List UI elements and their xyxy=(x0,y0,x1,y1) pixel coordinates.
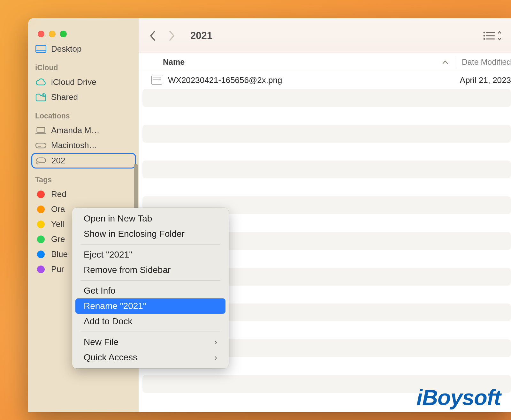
image-file-icon xyxy=(151,76,162,85)
internal-disk-icon xyxy=(35,141,47,150)
sidebar-item-label: Blue xyxy=(51,249,68,259)
column-divider[interactable] xyxy=(456,56,456,68)
tag-dot-icon xyxy=(37,206,45,213)
close-window-button[interactable] xyxy=(38,31,44,37)
menu-item-label: Open in New Tab xyxy=(84,214,152,224)
sidebar-item-disk-2021[interactable]: 202 xyxy=(31,153,136,169)
desktop-icon xyxy=(35,44,47,54)
column-header-date[interactable]: Date Modified xyxy=(462,57,511,67)
sidebar-item-label: iCloud Drive xyxy=(51,77,96,87)
menu-get-info[interactable]: Get Info xyxy=(75,283,225,298)
svg-point-12 xyxy=(484,35,485,36)
tag-dot-icon xyxy=(37,191,45,198)
menu-new-file[interactable]: New File › xyxy=(75,334,225,350)
sidebar-item-label: Desktop xyxy=(51,44,81,54)
sidebar-tag-red[interactable]: Red xyxy=(28,187,139,202)
sidebar-item-icloud-drive[interactable]: iCloud Drive xyxy=(28,75,139,90)
menu-rename[interactable]: Rename "2021" xyxy=(75,298,225,314)
svg-point-14 xyxy=(484,38,485,40)
menu-item-label: Eject "2021" xyxy=(84,250,132,260)
sidebar-item-amanda[interactable]: Amanda M… xyxy=(28,123,139,138)
menu-item-label: Add to Dock xyxy=(84,316,133,326)
file-name: WX20230421-165656@2x.png xyxy=(168,75,460,85)
menu-add-to-dock[interactable]: Add to Dock xyxy=(75,314,225,329)
tag-dot-icon xyxy=(37,251,45,258)
sort-chevron-icon xyxy=(442,60,448,64)
menu-separator xyxy=(80,280,220,281)
view-options-button[interactable] xyxy=(482,30,501,41)
shared-folder-icon xyxy=(35,93,47,102)
window-controls xyxy=(28,26,139,41)
column-header-name[interactable]: Name xyxy=(163,57,442,67)
file-date: April 21, 2023 xyxy=(460,75,511,85)
sidebar-item-label: Red xyxy=(51,189,66,199)
menu-show-enclosing[interactable]: Show in Enclosing Folder xyxy=(75,226,225,242)
back-button[interactable] xyxy=(146,29,159,42)
svg-rect-0 xyxy=(36,45,46,52)
sidebar-item-label: Amanda M… xyxy=(51,125,100,135)
column-headers: Name Date Modified xyxy=(139,53,511,71)
sidebar-item-label: Gre xyxy=(51,234,65,244)
menu-item-label: Get Info xyxy=(84,286,116,296)
sidebar-item-macintosh[interactable]: Macintosh… xyxy=(28,138,139,153)
svg-point-10 xyxy=(484,32,485,33)
list-row-placeholder xyxy=(142,161,511,178)
cloud-icon xyxy=(35,78,47,87)
chevron-right-icon: › xyxy=(214,337,217,347)
file-row[interactable]: WX20230421-165656@2x.png April 21, 2023 xyxy=(139,71,511,89)
svg-rect-4 xyxy=(37,127,45,132)
window-title: 2021 xyxy=(190,30,212,41)
svg-rect-6 xyxy=(36,143,46,148)
forward-button[interactable] xyxy=(165,29,178,42)
menu-item-label: Remove from Sidebar xyxy=(84,265,171,275)
menu-item-label: Show in Enclosing Folder xyxy=(84,229,185,239)
menu-item-label: Quick Access xyxy=(84,352,137,363)
sidebar-item-label: 202 xyxy=(51,156,65,166)
menu-quick-access[interactable]: Quick Access › xyxy=(75,350,225,365)
context-menu: Open in New Tab Show in Enclosing Folder… xyxy=(72,208,229,368)
sidebar-section-icloud: iCloud xyxy=(28,56,139,75)
menu-separator xyxy=(80,332,220,332)
menu-remove-sidebar[interactable]: Remove from Sidebar xyxy=(75,262,225,278)
tag-dot-icon xyxy=(37,236,45,243)
tag-dot-icon xyxy=(37,266,45,273)
sidebar-item-label: Shared xyxy=(51,92,78,102)
list-row-placeholder xyxy=(142,89,511,107)
sidebar-section-tags: Tags xyxy=(28,169,139,187)
sidebar-item-shared[interactable]: Shared xyxy=(28,90,139,105)
sidebar-item-label: Pur xyxy=(51,264,64,274)
toolbar: 2021 xyxy=(139,18,511,53)
zoom-window-button[interactable] xyxy=(60,31,67,37)
menu-eject[interactable]: Eject "2021" xyxy=(75,247,225,262)
sidebar-item-label: Yell xyxy=(51,219,64,229)
tag-dot-icon xyxy=(37,221,45,228)
sidebar-item-desktop[interactable]: Desktop xyxy=(28,41,139,56)
chevron-right-icon: › xyxy=(214,353,217,363)
minimize-window-button[interactable] xyxy=(49,31,56,37)
sidebar-item-label: Ora xyxy=(51,204,65,214)
laptop-icon xyxy=(35,126,47,135)
list-row-placeholder xyxy=(142,125,511,143)
menu-separator xyxy=(80,244,220,244)
sidebar-item-label: Macintosh… xyxy=(51,140,97,150)
menu-item-label: Rename "2021" xyxy=(84,301,146,311)
menu-open-new-tab[interactable]: Open in New Tab xyxy=(75,211,225,226)
menu-item-label: New File xyxy=(84,337,118,347)
watermark: iBoysoft xyxy=(416,385,501,410)
svg-point-3 xyxy=(43,94,44,95)
disk-image-icon xyxy=(35,156,47,166)
watermark-text: iBoysoft xyxy=(416,385,501,409)
sidebar-section-locations: Locations xyxy=(28,105,139,123)
